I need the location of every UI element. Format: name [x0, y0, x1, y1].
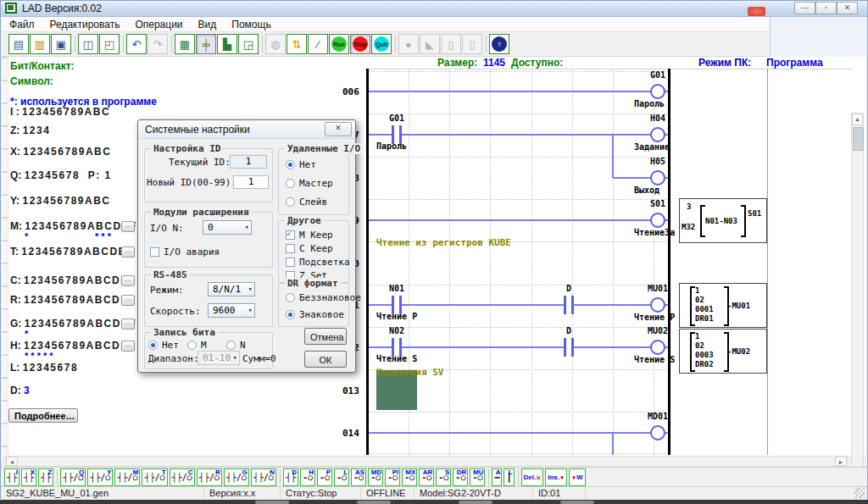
- register-detail-button[interactable]: …: [121, 341, 135, 352]
- resize-grip[interactable]: [854, 488, 865, 498]
- contact-coil-tool-n[interactable]: ┤├/○N: [251, 468, 276, 486]
- register-detail-button[interactable]: …: [121, 318, 135, 330]
- other-checkbox[interactable]: Подсветка: [286, 257, 350, 268]
- remote-io-radio[interactable]: Слейв: [286, 197, 327, 208]
- stop-button[interactable]: Stop: [350, 34, 370, 54]
- bit-write-radio[interactable]: Нет: [148, 340, 179, 351]
- coil-h05[interactable]: [650, 170, 665, 186]
- register-detail-button[interactable]: …: [121, 275, 135, 286]
- open-file-button[interactable]: ▥: [30, 34, 50, 54]
- vertical-scrollbar[interactable]: ▲ ▼: [851, 113, 864, 504]
- print-button[interactable]: ◫: [78, 34, 98, 54]
- coil-s01[interactable]: [650, 213, 665, 228]
- contact-coil-tool-r[interactable]: ┤├/○R: [197, 468, 222, 486]
- delete-tool[interactable]: Del.✕: [521, 468, 544, 486]
- function-block[interactable]: 3M32N01-N03S01: [679, 198, 767, 243]
- bit-write-radio[interactable]: M: [187, 340, 207, 351]
- menu-item[interactable]: Помощь: [224, 19, 278, 30]
- coil-tool-ar[interactable]: -○AR: [419, 468, 434, 486]
- other-checkbox[interactable]: M Keep: [286, 230, 333, 241]
- io-alarm-checkbox[interactable]: I/O авария: [150, 246, 220, 258]
- remote-io-radio[interactable]: Нет: [286, 159, 316, 170]
- register-label: H:: [10, 340, 24, 352]
- vline-tool-l[interactable]: ┃L: [504, 468, 514, 486]
- minimize-button[interactable]: —: [794, 2, 815, 14]
- contact-coil-tool-m[interactable]: ┤├/○M: [114, 468, 140, 486]
- contact-tool-d[interactable]: ┤├D: [283, 468, 298, 486]
- other-checkbox[interactable]: C Keep: [286, 243, 333, 254]
- run-button[interactable]: Run: [329, 34, 349, 54]
- menu-item[interactable]: Файл: [2, 19, 42, 30]
- tools-button[interactable]: ∕: [308, 34, 328, 54]
- coil-mu02[interactable]: [650, 340, 665, 355]
- contact-d[interactable]: [564, 296, 574, 314]
- io-n-dropdown[interactable]: 0: [203, 220, 252, 235]
- coil-tool-dr[interactable]: -○DR: [453, 468, 468, 486]
- register-detail-button[interactable]: …: [121, 295, 135, 306]
- close-button[interactable]: ✕: [837, 2, 858, 14]
- coil-tool-mu[interactable]: -○MU: [470, 468, 485, 486]
- contact-coil-tool-q[interactable]: ┤├/○Q: [60, 468, 86, 486]
- coil-tool-s[interactable]: -○S: [436, 468, 451, 486]
- watch-tool[interactable]: ▾W: [569, 468, 586, 486]
- new-id-input[interactable]: 1: [233, 175, 269, 189]
- contact-d[interactable]: [564, 338, 574, 357]
- hmi-view-button[interactable]: ▙: [217, 34, 237, 54]
- menu-item[interactable]: Операции: [127, 19, 190, 30]
- ladder-view-button[interactable]: ╪: [196, 34, 216, 54]
- coil-tool-l[interactable]: -○L: [334, 468, 349, 486]
- details-button[interactable]: Подробнее…: [8, 408, 78, 423]
- register-detail-button[interactable]: …: [121, 246, 135, 258]
- remote-io-radio[interactable]: Мастер: [286, 178, 333, 189]
- dr-format-radio[interactable]: Беззнаковое: [286, 292, 361, 303]
- hline-tool-a[interactable]: ━A: [492, 468, 502, 486]
- contact-coil-tool-g[interactable]: ┤├/○G: [224, 468, 249, 486]
- mode-dropdown[interactable]: 8/N/1: [208, 282, 255, 296]
- undo-button[interactable]: ↶: [126, 34, 147, 54]
- coil-tool-pi[interactable]: -○PI: [385, 468, 400, 486]
- contact-coil-tool-t[interactable]: ┤├/○T: [142, 468, 167, 486]
- print-preview-button[interactable]: ◰: [99, 34, 120, 54]
- horizontal-scrollbar[interactable]: ◄ ►: [5, 456, 848, 467]
- menu-item[interactable]: Вид: [191, 19, 225, 30]
- contact-tool-i[interactable]: ┤├I: [4, 468, 19, 486]
- edit-mode-button[interactable]: ◲: [238, 34, 259, 54]
- dialog-title-bar[interactable]: Системные настройки ✕: [138, 120, 355, 139]
- scroll-up-icon[interactable]: ▲: [852, 114, 863, 125]
- quit-button[interactable]: Quit: [371, 34, 392, 54]
- contact-tool-x[interactable]: ┤├X: [21, 468, 36, 486]
- register-detail-button[interactable]: …: [121, 221, 135, 232]
- monitor-view-button[interactable]: ▦: [175, 34, 195, 54]
- contact-coil-tool-y[interactable]: ┤├/○Y: [87, 468, 113, 486]
- coil-tool-p[interactable]: -○P: [317, 468, 332, 486]
- sync-button[interactable]: ⇅: [287, 34, 307, 54]
- help-button[interactable]: ?: [489, 34, 509, 54]
- contact-coil-tool-c[interactable]: ┤├/○C: [170, 468, 195, 486]
- bit-write-radio[interactable]: N: [226, 340, 246, 351]
- coil-tool-h[interactable]: -○H: [300, 468, 315, 486]
- contact-tool-z[interactable]: ┤├Z: [38, 468, 53, 486]
- radio-icon: [187, 341, 197, 350]
- dialog-close-icon[interactable]: ✕: [325, 122, 352, 136]
- coil-md01[interactable]: [650, 425, 665, 440]
- dr-format-radio[interactable]: Знаковое: [286, 309, 344, 320]
- insert-tool[interactable]: Ins.▾: [545, 468, 567, 486]
- speed-dropdown[interactable]: 9600: [208, 303, 255, 318]
- save-button[interactable]: ▣: [51, 34, 71, 54]
- ok-button[interactable]: ОК: [304, 351, 347, 368]
- menu-item[interactable]: Редактировать: [42, 19, 128, 30]
- coil-tool-md[interactable]: -○MD: [368, 468, 383, 486]
- coil-h04[interactable]: [650, 127, 665, 142]
- function-block[interactable]: 1020001DR01-MU01: [679, 283, 767, 328]
- function-block[interactable]: 1020003DR02-MU02: [679, 329, 767, 374]
- coil-mu01[interactable]: [650, 297, 665, 313]
- scroll-right-icon[interactable]: ►: [835, 457, 847, 466]
- coil-g01[interactable]: [650, 84, 665, 99]
- scroll-left-icon[interactable]: ◄: [6, 457, 18, 466]
- coil-tool-as[interactable]: -○AS: [351, 468, 366, 486]
- maximize-button[interactable]: ▫: [815, 2, 837, 14]
- cancel-button[interactable]: Отмена: [304, 328, 347, 345]
- new-file-button[interactable]: ▤: [8, 34, 29, 54]
- vertical-scroll-thumb[interactable]: [853, 127, 864, 151]
- coil-tool-mx[interactable]: -○MX: [402, 468, 417, 486]
